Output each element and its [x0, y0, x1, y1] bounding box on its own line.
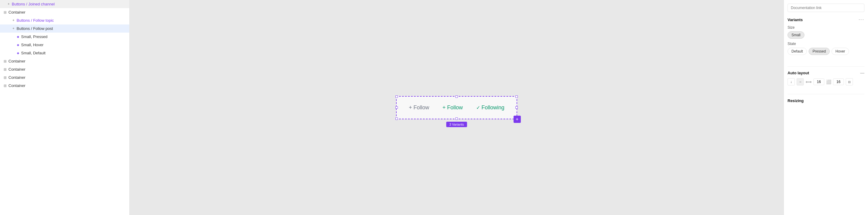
drag-icon: ✦ [12, 27, 15, 30]
drag-icon: ✦ [12, 19, 15, 22]
frame-icon: ⊞ [4, 59, 7, 63]
sidebar-item-label: Container [8, 67, 25, 72]
size-chip-small[interactable]: Small [787, 31, 804, 39]
section-divider-1 [787, 66, 864, 67]
arrow-right-icon[interactable]: → [797, 78, 804, 85]
sidebar-item-label: Buttons / Follow post [17, 26, 53, 31]
sidebar-item-buttons-follow-post[interactable]: ✦ Buttons / Follow post [0, 24, 129, 33]
padding-icon: ⬜ [826, 79, 831, 84]
sidebar-item-buttons-joined[interactable]: ✦ Buttons / Joined channel [0, 0, 129, 8]
sidebar-item-label: Small, Hover [21, 43, 43, 47]
handle-tl[interactable] [396, 96, 398, 98]
follow-default-icon: + [409, 105, 412, 111]
handle-ml[interactable] [396, 106, 398, 109]
frame-icon: ⊞ [4, 76, 7, 80]
sidebar-item-small-pressed[interactable]: ◆ Small, Pressed [0, 33, 129, 41]
sidebar-item-label: Container [8, 83, 25, 88]
sidebar-item-small-default[interactable]: ◆ Small, Default [0, 49, 129, 57]
drag-icon: ✦ [7, 2, 10, 6]
auto-layout-controls: ↓ → ⟺ ⬜ ⊟ [787, 78, 864, 85]
sidebar-item-label: Container [8, 75, 25, 80]
doc-link-input[interactable] [787, 4, 864, 12]
frame-icon: ⊞ [4, 84, 7, 88]
following-button[interactable]: ✓ Following [473, 103, 507, 113]
auto-layout-header: Auto layout — [787, 70, 864, 75]
sidebar-item-container-4[interactable]: ⊞ Container [0, 73, 129, 82]
variants-badge: 3 Variants [446, 122, 467, 127]
sidebar: ✦ Buttons / Joined channel ⊞ Container ✦… [0, 0, 130, 215]
following-icon: ✓ [476, 105, 480, 110]
sidebar-item-container-3[interactable]: ⊞ Container [0, 65, 129, 73]
sidebar-item-container-5[interactable]: ⊞ Container [0, 82, 129, 90]
sidebar-item-label: Small, Pressed [21, 34, 47, 39]
padding-input[interactable] [833, 79, 844, 85]
sidebar-item-container-1[interactable]: ⊞ Container [0, 8, 129, 16]
sidebar-item-label: Container [8, 10, 25, 15]
sidebar-item-container-2[interactable]: ⊞ Container [0, 57, 129, 65]
resizing-section: Resizing [787, 98, 864, 103]
right-panel: Variants ··· Size Small State Default Pr… [784, 0, 868, 215]
variants-more-button[interactable]: ··· [859, 17, 864, 22]
variants-header: Variants ··· [787, 17, 864, 22]
sidebar-item-label: Small, Default [21, 51, 45, 55]
handle-bl[interactable] [396, 117, 398, 120]
canvas: + Follow + Follow ✓ Following + 3 Varian… [130, 0, 784, 215]
auto-layout-collapse[interactable]: — [860, 70, 864, 75]
frame-icon: ⊞ [4, 68, 7, 72]
add-variant-button[interactable]: + [514, 116, 521, 123]
resizing-title: Resizing [787, 99, 804, 103]
diamond-icon: ◆ [17, 35, 19, 38]
sidebar-item-label: Container [8, 59, 25, 63]
state-chip-default[interactable]: Default [787, 48, 807, 55]
diamond-icon: ◆ [17, 43, 19, 47]
state-label: State [787, 42, 864, 46]
state-chip-pressed[interactable]: Pressed [809, 48, 830, 55]
follow-hover-icon: + [442, 105, 446, 111]
state-chip-hover[interactable]: Hover [832, 48, 849, 55]
follow-default-label: Follow [413, 105, 429, 111]
follow-hover-label: Follow [447, 105, 463, 111]
sidebar-item-label: Buttons / Follow topic [17, 18, 54, 23]
follow-hover-button[interactable]: + Follow [439, 103, 466, 113]
auto-layout-section: Auto layout — ↓ → ⟺ ⬜ ⊟ [787, 70, 864, 85]
gap-input[interactable] [813, 79, 824, 85]
handle-tm[interactable] [456, 96, 458, 98]
handle-tr[interactable] [516, 96, 518, 98]
sidebar-item-buttons-follow-topic[interactable]: ✦ Buttons / Follow topic [0, 16, 129, 24]
sidebar-item-label: Buttons / Joined channel [12, 2, 55, 6]
frame-icon: ⊞ [4, 10, 7, 15]
size-chips: Small [787, 31, 864, 39]
following-label: Following [482, 105, 504, 111]
canvas-content: + Follow + Follow ✓ Following + 3 Varian… [396, 96, 517, 119]
arrow-down-icon[interactable]: ↓ [787, 78, 795, 85]
component-container: + Follow + Follow ✓ Following + 3 Varian… [396, 96, 517, 119]
gap-separator-icon: ⟺ [806, 79, 812, 84]
follow-default-button[interactable]: + Follow [406, 103, 432, 113]
handle-bm[interactable] [456, 117, 458, 120]
section-divider-2 [787, 94, 864, 94]
size-label: Size [787, 25, 864, 30]
variants-title: Variants [787, 18, 803, 22]
sidebar-item-small-hover[interactable]: ◆ Small, Hover [0, 41, 129, 49]
align-icon[interactable]: ⊟ [846, 78, 853, 85]
handle-mr[interactable] [516, 106, 518, 109]
state-chips: Default Pressed Hover [787, 48, 864, 55]
variants-section: Variants ··· Size Small State Default Pr… [787, 17, 864, 58]
auto-layout-title: Auto layout [787, 71, 809, 75]
diamond-icon: ◆ [17, 51, 19, 55]
